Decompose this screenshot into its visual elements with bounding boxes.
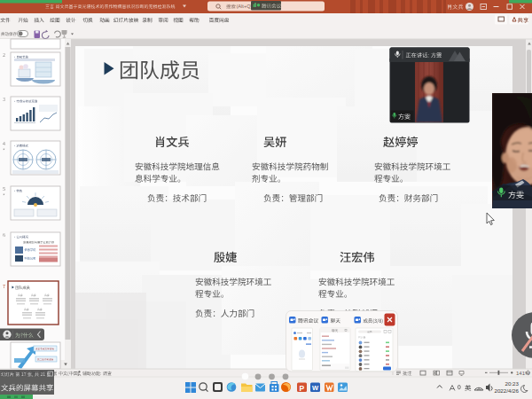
svg-text:20:23: 20:23 <box>505 380 520 387</box>
svg-text:P: P <box>300 384 305 393</box>
svg-text:(Alt+Q): (Alt+Q) <box>237 4 253 9</box>
svg-text:2022/4/26: 2022/4/26 <box>494 387 519 394</box>
svg-text:W: W <box>312 384 319 392</box>
